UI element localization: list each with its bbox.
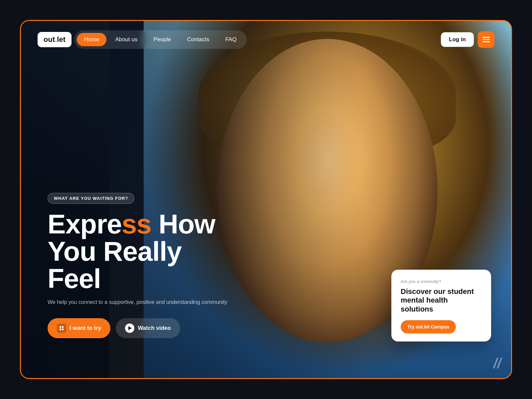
- nav-item-home[interactable]: Home: [77, 33, 106, 46]
- hero-title: Express How You Really Feel: [48, 210, 240, 292]
- nav-item-about[interactable]: About us: [108, 33, 145, 46]
- try-button-icon: [57, 324, 66, 333]
- play-icon: [125, 324, 134, 333]
- navbar: out.let Home About us People Contacts FA…: [38, 30, 494, 49]
- hero-actions: I want to try Watch video: [48, 318, 240, 338]
- svg-rect-0: [60, 326, 61, 328]
- menu-line-3: [482, 41, 490, 42]
- hero-subtitle: We help you connect to a supportive, pos…: [48, 298, 240, 306]
- menu-button[interactable]: [478, 31, 494, 48]
- watch-video-label: Watch video: [138, 325, 171, 332]
- nav-links: Home About us People Contacts FAQ: [74, 30, 247, 49]
- watch-video-button[interactable]: Watch video: [116, 318, 180, 338]
- university-card-tag: Are you a university?: [401, 279, 482, 284]
- nav-item-people[interactable]: People: [146, 33, 178, 46]
- menu-line-1: [482, 37, 490, 38]
- play-triangle: [128, 326, 132, 330]
- logo[interactable]: out.let: [38, 32, 71, 47]
- nav-item-faq[interactable]: FAQ: [218, 33, 244, 46]
- svg-rect-3: [62, 329, 64, 330]
- svg-rect-1: [62, 326, 64, 328]
- university-card-title: Discover our student mental health solut…: [401, 287, 482, 314]
- hero-content: WHAT ARE YOU WAITING FOR? Express How Yo…: [48, 193, 240, 338]
- try-button[interactable]: I want to try: [48, 318, 110, 338]
- logo-text: out.let: [44, 35, 66, 44]
- nav-item-contacts[interactable]: Contacts: [180, 33, 216, 46]
- hero-title-line2: You Really Feel: [48, 236, 182, 294]
- hero-title-part1: Express How: [48, 209, 215, 239]
- menu-line-2: [482, 39, 490, 40]
- university-card-cta[interactable]: Try out.let Campus: [401, 320, 456, 333]
- main-frame: out.let Home About us People Contacts FA…: [20, 20, 512, 379]
- nav-right: Log in: [441, 31, 494, 48]
- decoration-slash: //: [493, 355, 501, 371]
- hero-tag: WHAT ARE YOU WAITING FOR?: [48, 193, 134, 204]
- svg-rect-2: [60, 329, 61, 330]
- try-button-label: I want to try: [69, 325, 101, 332]
- university-card: Are you a university? Discover our stude…: [391, 270, 491, 341]
- hero-title-highlight: ss: [122, 209, 151, 239]
- login-button[interactable]: Log in: [441, 32, 474, 47]
